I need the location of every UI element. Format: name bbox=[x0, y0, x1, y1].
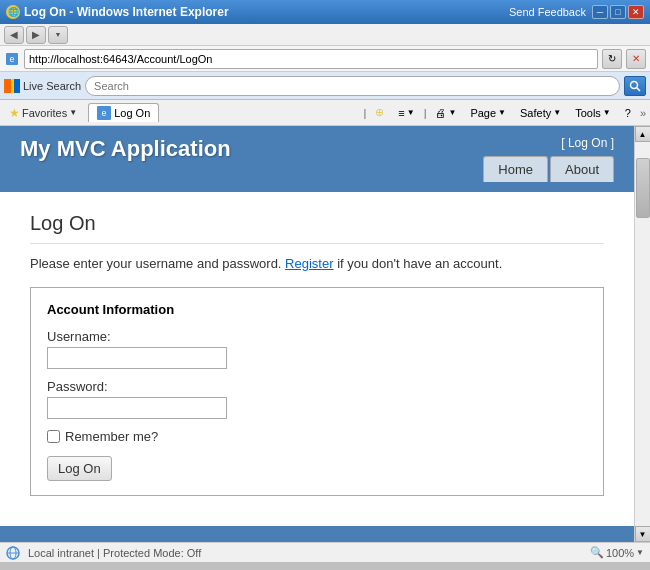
svg-point-5 bbox=[631, 81, 638, 88]
login-button[interactable]: Log On bbox=[47, 456, 112, 481]
nav-tabs: Home About bbox=[483, 156, 614, 182]
status-bar: Local intranet | Protected Mode: Off 🔍 1… bbox=[0, 542, 650, 562]
active-tab[interactable]: e Log On bbox=[88, 103, 159, 122]
dropdown-button[interactable]: ▼ bbox=[48, 26, 68, 44]
remember-checkbox[interactable] bbox=[47, 430, 60, 443]
favorites-dropdown-icon: ▼ bbox=[69, 108, 77, 117]
header-right: [ Log On ] Home About bbox=[483, 136, 614, 182]
username-label: Username: bbox=[47, 329, 587, 344]
svg-line-6 bbox=[637, 87, 641, 91]
refresh-button[interactable]: ↻ bbox=[602, 49, 622, 69]
tools-arrow: ▼ bbox=[603, 108, 611, 117]
tools-label: Tools bbox=[575, 107, 601, 119]
zoom-icon: 🔍 bbox=[590, 546, 604, 559]
favorites-label: Favorites bbox=[22, 107, 67, 119]
svg-text:e: e bbox=[9, 54, 14, 64]
svg-rect-2 bbox=[4, 79, 11, 93]
tab-area: e Log On bbox=[88, 103, 159, 122]
status-right: 🔍 100% ▼ bbox=[590, 546, 644, 559]
zoom-control[interactable]: 🔍 100% ▼ bbox=[590, 546, 644, 559]
search-bar: Live Search bbox=[0, 72, 650, 100]
send-feedback-link[interactable]: Send Feedback bbox=[509, 6, 586, 18]
password-label: Password: bbox=[47, 379, 587, 394]
title-bar-left: 🌐 Log On - Windows Internet Explorer bbox=[6, 5, 229, 19]
live-search-icon bbox=[4, 79, 20, 93]
print-btn[interactable]: 🖨 ▼ bbox=[430, 104, 461, 122]
username-input[interactable] bbox=[47, 347, 227, 369]
description-prefix: Please enter your username and password. bbox=[30, 256, 285, 271]
search-input[interactable] bbox=[85, 76, 620, 96]
nav-controls: ◀ ▶ ▼ bbox=[4, 26, 68, 44]
favorites-button[interactable]: ★ Favorites ▼ bbox=[4, 103, 82, 123]
help-label: ? bbox=[625, 107, 631, 119]
scrollbar-thumb[interactable] bbox=[636, 158, 650, 218]
page-arrow: ▼ bbox=[498, 108, 506, 117]
remember-label: Remember me? bbox=[65, 429, 158, 444]
search-button[interactable] bbox=[624, 76, 646, 96]
scrollbar-down[interactable]: ▼ bbox=[635, 526, 651, 542]
form-container: Log On Please enter your username and pa… bbox=[0, 192, 634, 526]
password-input[interactable] bbox=[47, 397, 227, 419]
star-icon: ★ bbox=[9, 106, 20, 120]
window-title: Log On - Windows Internet Explorer bbox=[24, 5, 229, 19]
help-btn[interactable]: ? bbox=[620, 104, 636, 122]
toolbar-right: | ⊕ ≡ ▼ | 🖨 ▼ Page ▼ Safety ▼ Tools ▼ ? … bbox=[363, 103, 646, 122]
register-link[interactable]: Register bbox=[285, 256, 333, 271]
page-btn[interactable]: Page ▼ bbox=[465, 104, 511, 122]
add-favorites-btn[interactable]: ⊕ bbox=[370, 103, 389, 122]
window-controls: ─ □ ✕ bbox=[592, 5, 644, 19]
section-title: Account Information bbox=[47, 302, 587, 317]
main-area: My MVC Application [ Log On ] Home About… bbox=[0, 126, 650, 542]
description-suffix: if you don't have an account. bbox=[337, 256, 502, 271]
forward-button[interactable]: ▶ bbox=[26, 26, 46, 44]
scrollbar-up[interactable]: ▲ bbox=[635, 126, 651, 142]
favorites-bar: ★ Favorites ▼ e Log On | ⊕ ≡ ▼ | 🖨 ▼ Pag… bbox=[0, 100, 650, 126]
nav-home[interactable]: Home bbox=[483, 156, 548, 182]
app-header: My MVC Application [ Log On ] Home About bbox=[0, 126, 634, 192]
login-link-area: [ Log On ] bbox=[561, 136, 614, 150]
account-info-section: Account Information Username: Password: … bbox=[30, 287, 604, 496]
print-arrow: ▼ bbox=[448, 108, 456, 117]
address-bar: e ↻ ✕ bbox=[0, 46, 650, 72]
status-globe-icon bbox=[6, 546, 20, 560]
zoom-level: 100% bbox=[606, 547, 634, 559]
close-button[interactable]: ✕ bbox=[628, 5, 644, 19]
live-search-text: Live Search bbox=[23, 80, 81, 92]
tab-label: Log On bbox=[114, 107, 150, 119]
app-title: My MVC Application bbox=[20, 136, 231, 162]
password-group: Password: bbox=[47, 379, 587, 419]
favorites-menu-icon: ≡ bbox=[398, 107, 404, 119]
safety-btn[interactable]: Safety ▼ bbox=[515, 104, 566, 122]
toolbar-separator2: | bbox=[424, 107, 427, 119]
page-wrapper: My MVC Application [ Log On ] Home About… bbox=[0, 126, 634, 542]
content-area: My MVC Application [ Log On ] Home About… bbox=[0, 126, 634, 542]
svg-rect-4 bbox=[14, 79, 20, 93]
login-link[interactable]: Log On bbox=[568, 136, 607, 150]
nav-about[interactable]: About bbox=[550, 156, 614, 182]
maximize-button[interactable]: □ bbox=[610, 5, 626, 19]
username-group: Username: bbox=[47, 329, 587, 369]
url-input[interactable] bbox=[24, 49, 598, 69]
browser-icon: 🌐 bbox=[6, 5, 20, 19]
login-bracket-close: ] bbox=[611, 136, 614, 150]
back-button[interactable]: ◀ bbox=[4, 26, 24, 44]
favorites-menu-btn[interactable]: ≡ ▼ bbox=[393, 104, 419, 122]
page-heading: Log On bbox=[30, 212, 604, 244]
stop-button[interactable]: ✕ bbox=[626, 49, 646, 69]
magnifier-icon bbox=[629, 80, 641, 92]
toolbar-separator: | bbox=[363, 107, 366, 119]
minimize-button[interactable]: ─ bbox=[592, 5, 608, 19]
zoom-arrow: ▼ bbox=[636, 548, 644, 557]
scrollbar[interactable]: ▲ ▼ bbox=[634, 126, 650, 542]
tools-btn[interactable]: Tools ▼ bbox=[570, 104, 616, 122]
status-text: Local intranet | Protected Mode: Off bbox=[28, 547, 201, 559]
title-bar: 🌐 Log On - Windows Internet Explorer Sen… bbox=[0, 0, 650, 24]
page-icon: e bbox=[4, 51, 20, 67]
form-description: Please enter your username and password.… bbox=[30, 256, 604, 271]
print-icon: 🖨 bbox=[435, 107, 446, 119]
nav-bar: ◀ ▶ ▼ bbox=[0, 24, 650, 46]
tab-favicon: e bbox=[97, 106, 111, 120]
safety-arrow: ▼ bbox=[553, 108, 561, 117]
login-bracket-open: [ bbox=[561, 136, 568, 150]
svg-rect-3 bbox=[11, 79, 14, 93]
